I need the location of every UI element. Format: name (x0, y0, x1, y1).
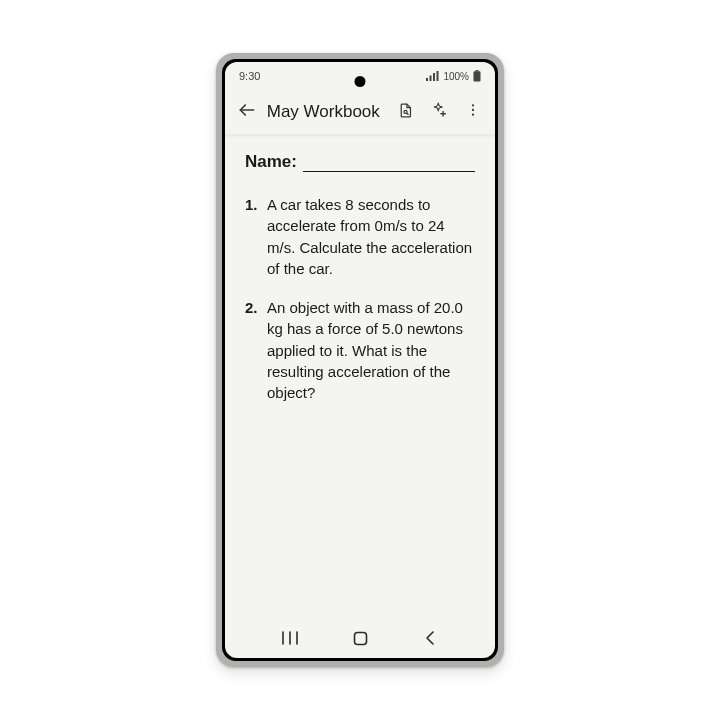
question-text: A car takes 8 seconds to accelerate from… (267, 194, 475, 279)
back-button[interactable] (233, 97, 261, 127)
status-time: 9:30 (239, 70, 260, 82)
svg-point-9 (472, 114, 474, 116)
overflow-menu-button[interactable] (459, 97, 487, 127)
svg-rect-13 (354, 632, 366, 644)
ai-action-button[interactable] (426, 97, 454, 127)
nav-home-button[interactable] (335, 625, 385, 655)
sparkle-add-icon (430, 101, 448, 123)
svg-rect-0 (476, 70, 479, 71)
battery-text: 100% (443, 71, 469, 82)
app-title: May Workbook (267, 102, 380, 122)
nav-back-button[interactable] (405, 625, 455, 655)
svg-line-4 (407, 113, 408, 114)
name-label: Name: (245, 152, 297, 172)
home-icon (353, 631, 368, 650)
battery-icon (473, 70, 481, 82)
phone-frame: 9:30 100% (216, 53, 504, 667)
nav-recents-button[interactable] (265, 625, 315, 655)
arrow-left-icon (237, 100, 257, 124)
question-text: An object with a mass of 20.0 kg has a f… (267, 297, 475, 403)
status-right: 100% (426, 70, 481, 82)
recents-icon (282, 631, 298, 649)
name-field-row: Name: (245, 152, 475, 172)
header-shadow (225, 134, 495, 138)
svg-point-7 (472, 104, 474, 106)
question-2: 2. An object with a mass of 20.0 kg has … (245, 297, 475, 403)
stage: 9:30 100% (0, 0, 720, 720)
question-1: 1. A car takes 8 seconds to accelerate f… (245, 194, 475, 279)
phone-bezel: 9:30 100% (222, 59, 498, 661)
more-vert-icon (465, 102, 481, 122)
question-number: 2. (245, 297, 259, 403)
page-search-button[interactable] (392, 97, 420, 127)
svg-rect-1 (474, 71, 481, 81)
signal-icon (426, 71, 439, 81)
system-nav-bar (225, 622, 495, 658)
name-blank-line (303, 154, 475, 172)
page-search-icon (397, 102, 414, 123)
phone-screen: 9:30 100% (225, 62, 495, 658)
chevron-left-icon (424, 631, 436, 649)
front-camera (355, 76, 366, 87)
document-content[interactable]: Name: 1. A car takes 8 seconds to accele… (225, 140, 495, 622)
app-bar: May Workbook (225, 90, 495, 134)
svg-point-8 (472, 109, 474, 111)
question-number: 1. (245, 194, 259, 279)
